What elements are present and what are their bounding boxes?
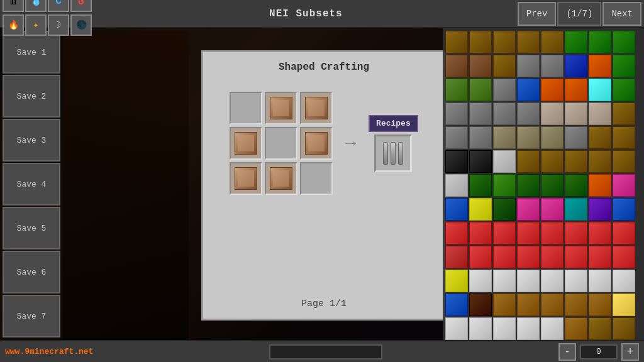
- item-slot[interactable]: [517, 31, 540, 53]
- item-slot[interactable]: [517, 270, 540, 292]
- item-slot[interactable]: [469, 31, 492, 53]
- item-slot[interactable]: [565, 174, 587, 197]
- item-slot[interactable]: [469, 174, 492, 197]
- output-cell[interactable]: [374, 134, 412, 172]
- item-slot[interactable]: [565, 150, 587, 173]
- item-slot[interactable]: [493, 126, 516, 149]
- item-slot[interactable]: [541, 79, 564, 101]
- grid-cell-2-0[interactable]: [230, 162, 262, 195]
- item-slot[interactable]: [589, 150, 611, 173]
- item-slot[interactable]: [589, 174, 611, 197]
- item-slot[interactable]: [541, 126, 564, 149]
- grid-cell-1-1[interactable]: [265, 127, 297, 160]
- item-slot[interactable]: [469, 102, 492, 125]
- item-slot[interactable]: [517, 317, 540, 340]
- item-slot[interactable]: [541, 102, 564, 125]
- item-slot[interactable]: [565, 102, 587, 125]
- item-slot[interactable]: [613, 126, 635, 149]
- item-slot[interactable]: [541, 317, 564, 340]
- crescent-icon[interactable]: ☽: [48, 14, 69, 36]
- item-slot[interactable]: [589, 293, 611, 316]
- item-slot[interactable]: [613, 102, 635, 125]
- item-slot[interactable]: [445, 246, 468, 268]
- item-slot[interactable]: [613, 198, 635, 221]
- item-slot[interactable]: [613, 293, 635, 316]
- save-6-button[interactable]: Save 6: [3, 251, 60, 293]
- item-slot[interactable]: [493, 102, 516, 125]
- item-slot[interactable]: [589, 102, 611, 125]
- item-slot[interactable]: [469, 270, 492, 292]
- grid-cell-0-2[interactable]: [300, 92, 333, 124]
- item-slot[interactable]: [493, 198, 516, 221]
- item-slot[interactable]: [469, 293, 492, 316]
- item-slot[interactable]: [493, 222, 516, 244]
- c-icon[interactable]: C: [48, 0, 69, 12]
- item-slot[interactable]: [565, 31, 587, 53]
- item-slot[interactable]: [469, 317, 492, 340]
- item-slot[interactable]: [517, 150, 540, 173]
- item-slot[interactable]: [517, 222, 540, 244]
- item-slot[interactable]: [589, 79, 611, 101]
- item-slot[interactable]: [445, 293, 468, 316]
- item-slot[interactable]: [469, 126, 492, 149]
- grid-cell-0-0[interactable]: [230, 92, 262, 124]
- item-slot[interactable]: [445, 317, 468, 340]
- save-4-button[interactable]: Save 4: [3, 163, 60, 206]
- item-slot[interactable]: [589, 222, 611, 244]
- item-slot[interactable]: [445, 126, 468, 149]
- trash-icon[interactable]: 🗑: [3, 0, 24, 12]
- item-slot[interactable]: [589, 198, 611, 221]
- item-slot[interactable]: [589, 246, 611, 268]
- item-slot[interactable]: [517, 79, 540, 101]
- item-slot[interactable]: [613, 246, 635, 268]
- item-slot[interactable]: [589, 317, 611, 340]
- save-5-button[interactable]: Save 5: [3, 207, 60, 250]
- item-slot[interactable]: [493, 270, 516, 292]
- item-slot[interactable]: [469, 198, 492, 221]
- grid-cell-2-2[interactable]: [300, 162, 333, 195]
- item-slot[interactable]: [541, 246, 564, 268]
- item-slot[interactable]: [613, 55, 635, 77]
- recipes-tooltip[interactable]: Recipes: [369, 115, 418, 132]
- refresh-icon[interactable]: ↺: [70, 0, 92, 12]
- item-slot[interactable]: [589, 31, 611, 53]
- item-slot[interactable]: [613, 79, 635, 101]
- item-slot[interactable]: [493, 31, 516, 53]
- item-slot[interactable]: [445, 198, 468, 221]
- water-icon[interactable]: 💧: [25, 0, 47, 12]
- item-slot[interactable]: [589, 126, 611, 149]
- item-slot[interactable]: [445, 174, 468, 197]
- item-slot[interactable]: [445, 79, 468, 101]
- item-slot[interactable]: [517, 293, 540, 316]
- item-slot[interactable]: [613, 150, 635, 173]
- item-slot[interactable]: [493, 150, 516, 173]
- item-slot[interactable]: [613, 317, 635, 340]
- item-slot[interactable]: [541, 31, 564, 53]
- item-slot[interactable]: [613, 270, 635, 292]
- item-slot[interactable]: [541, 55, 564, 77]
- item-slot[interactable]: [445, 55, 468, 77]
- item-slot[interactable]: [517, 198, 540, 221]
- item-slot[interactable]: [541, 270, 564, 292]
- item-slot[interactable]: [445, 270, 468, 292]
- search-input[interactable]: [269, 344, 382, 359]
- item-slot[interactable]: [493, 55, 516, 77]
- item-slot[interactable]: [613, 31, 635, 53]
- item-slot[interactable]: [541, 198, 564, 221]
- item-slot[interactable]: [589, 270, 611, 292]
- item-slot[interactable]: [469, 246, 492, 268]
- item-slot[interactable]: [565, 222, 587, 244]
- item-slot[interactable]: [493, 293, 516, 316]
- item-slot[interactable]: [445, 150, 468, 173]
- item-slot[interactable]: [565, 317, 587, 340]
- plus-button[interactable]: +: [621, 343, 639, 361]
- item-slot[interactable]: [613, 174, 635, 197]
- item-slot[interactable]: [445, 31, 468, 53]
- item-slot[interactable]: [565, 198, 587, 221]
- item-slot[interactable]: [493, 79, 516, 101]
- item-slot[interactable]: [445, 102, 468, 125]
- minus-button[interactable]: -: [558, 343, 576, 361]
- item-slot[interactable]: [565, 55, 587, 77]
- save-7-button[interactable]: Save 7: [3, 295, 60, 337]
- item-slot[interactable]: [493, 246, 516, 268]
